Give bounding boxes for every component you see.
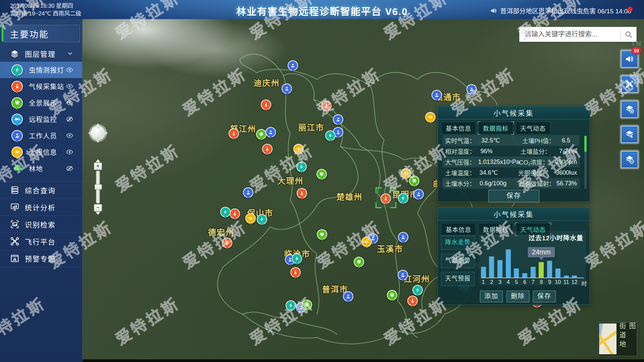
map-marker-staff[interactable] [414, 189, 424, 199]
eye-icon[interactable] [66, 99, 73, 107]
map-marker-panorama[interactable] [302, 300, 312, 310]
sidebar-layer-insect[interactable]: 虫情测报灯 [0, 62, 82, 78]
sidebar-layer-report[interactable]: 上报信息 [0, 144, 82, 160]
sound-alerts-button[interactable]: 10 [621, 50, 638, 68]
map-marker-climate[interactable] [408, 296, 418, 306]
map-marker-staff[interactable] [343, 291, 354, 302]
layer-select-button[interactable] [621, 126, 638, 143]
scrollbar-thumb[interactable] [584, 136, 587, 152]
map-marker-staff[interactable] [282, 83, 292, 94]
eye-off-icon[interactable] [66, 165, 73, 172]
rain-bar[interactable] [539, 262, 544, 278]
map-marker-panorama[interactable] [317, 169, 327, 179]
rain-bar[interactable] [506, 249, 511, 278]
eye-icon[interactable] [66, 66, 73, 74]
map-marker-staff[interactable] [243, 187, 254, 198]
layer-remove-button[interactable] [621, 151, 638, 168]
search-button[interactable] [621, 31, 636, 39]
rain-bar[interactable] [481, 267, 486, 278]
map-marker-report[interactable] [246, 213, 256, 224]
保存-button[interactable]: 保存 [533, 291, 556, 302]
rain-bar[interactable] [555, 268, 560, 278]
map-marker-panorama[interactable] [387, 290, 397, 300]
map-marker-insect[interactable] [257, 214, 267, 225]
map-marker-report[interactable] [425, 112, 436, 122]
sidebar-item-drone[interactable]: 飞行平台 [0, 233, 82, 250]
map-marker-report[interactable] [362, 237, 372, 247]
map-marker-climate[interactable] [321, 101, 332, 111]
zoom-up-arrow[interactable] [96, 157, 100, 162]
sidebar-item-alert[interactable]: 预警专题 [0, 250, 82, 267]
chart-mode-降水走势[interactable]: 降水走势 [441, 236, 475, 250]
map-marker-insect[interactable] [220, 207, 231, 217]
map-marker-climate[interactable] [230, 208, 240, 219]
zoom-in-button[interactable]: + [94, 163, 102, 170]
rain-bar[interactable] [522, 273, 527, 278]
map-marker-insect[interactable] [413, 285, 423, 295]
map-marker-climate[interactable] [290, 267, 301, 278]
tab-天气动态[interactable]: 天气动态 [516, 122, 550, 134]
map-marker-panorama[interactable] [317, 229, 327, 240]
map-marker-staff[interactable] [467, 84, 477, 95]
map-marker-climate[interactable] [297, 188, 307, 198]
tab-基本信息[interactable]: 基本信息 [441, 122, 476, 134]
chart-mode-天气预报[interactable]: 天气预报 [441, 272, 475, 286]
map-marker-staff[interactable] [288, 60, 298, 71]
删除-button[interactable]: 删除 [506, 291, 529, 302]
map-marker-insect[interactable] [297, 162, 307, 172]
map-marker-panorama[interactable] [256, 129, 267, 139]
map-marker-staff[interactable] [266, 127, 276, 137]
map-marker-report[interactable] [293, 144, 304, 154]
rain-bar[interactable] [497, 260, 502, 278]
zoom-down-arrow[interactable] [96, 212, 100, 217]
map-marker-insect[interactable] [292, 253, 302, 264]
eye-icon[interactable] [66, 132, 73, 139]
sidebar-layer-climate[interactable]: 气候采集站 [0, 78, 82, 95]
sidebar-layer-staff[interactable]: 工作人员 [0, 127, 82, 144]
rain-bar[interactable] [564, 276, 569, 278]
map-marker-climate[interactable] [222, 238, 232, 248]
map-pan-control[interactable]: ⌃ ⌄ [88, 123, 108, 143]
eye-icon[interactable] [66, 148, 73, 156]
sidebar-item-stats[interactable]: 统计分析 [0, 198, 82, 216]
sidebar-layer-forest[interactable]: 林地 [0, 160, 82, 177]
map-marker-staff[interactable] [398, 232, 409, 242]
sidebar-group-layer-management[interactable]: 图层管理 [0, 46, 82, 62]
sidebar-item-query[interactable]: 综合查询 [0, 181, 82, 198]
rain-bar[interactable] [547, 261, 552, 278]
eye-icon[interactable] [66, 82, 73, 90]
zoom-handle[interactable] [95, 184, 102, 190]
rain-bar[interactable] [572, 276, 577, 278]
map-marker-insect[interactable] [325, 130, 336, 141]
tab-数据指标[interactable]: 数据指标 [478, 122, 513, 134]
tab-基本信息[interactable]: 基本信息 [441, 223, 476, 236]
map-marker-insect[interactable] [398, 193, 409, 203]
zoom-track[interactable] [96, 171, 100, 203]
map-marker-climate[interactable] [262, 144, 273, 154]
zoom-out-button[interactable]: − [94, 204, 102, 212]
save-button[interactable]: 保存 [488, 190, 539, 202]
street-map-toggle[interactable]: 街道地图 [598, 322, 637, 356]
map-marker-staff[interactable] [333, 114, 343, 125]
map-marker-panorama[interactable] [409, 176, 420, 186]
map-marker-staff[interactable] [398, 270, 408, 280]
sidebar-layer-monitor[interactable]: 远程监控 [0, 111, 82, 127]
rain-bar[interactable] [514, 268, 519, 278]
添加-button[interactable]: 添加 [480, 291, 503, 302]
notice-ticker[interactable]: 普洱部分地区思茅松出现线虫危害 06/15 14:00 [490, 6, 631, 15]
map-marker-panorama[interactable] [354, 257, 364, 267]
map-marker-climate[interactable] [229, 128, 239, 139]
search-input[interactable] [524, 30, 621, 39]
layer-add-button[interactable] [621, 101, 638, 118]
rain-bar[interactable] [531, 267, 536, 278]
sidebar-item-scan[interactable]: 识别检索 [0, 216, 82, 233]
map-marker-climate[interactable] [381, 193, 391, 204]
panel-scrollbar[interactable] [584, 136, 587, 189]
rain-bar[interactable] [489, 256, 494, 278]
chart-mode-气温走势[interactable]: 气温走势 [441, 254, 475, 268]
map-marker-climate[interactable] [261, 100, 271, 110]
map-marker-insect[interactable] [286, 300, 296, 311]
eye-off-icon[interactable] [66, 115, 73, 123]
map-marker-staff[interactable] [432, 90, 442, 100]
draw-measure-button[interactable] [621, 75, 638, 93]
